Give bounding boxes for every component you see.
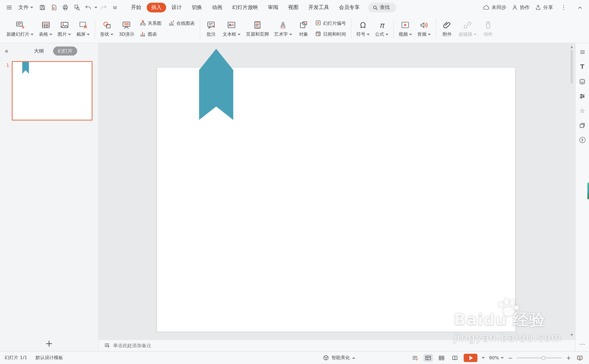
sync-status[interactable]: 未同步	[483, 4, 507, 11]
reading-view-button[interactable]	[450, 354, 460, 362]
ribbon-button-table[interactable]: 表格	[36, 18, 55, 39]
ribbon-button-comment[interactable]: 批注	[202, 18, 220, 39]
tab-animation[interactable]: 动画	[207, 3, 227, 13]
print-preview-icon[interactable]	[71, 2, 82, 13]
ribbon-button-hyperlink[interactable]: 超链接	[456, 18, 479, 39]
ribbon-button-new-slide[interactable]: 新建幻灯片	[4, 18, 36, 39]
text-tool-icon[interactable]: T	[578, 63, 586, 71]
tab-outline[interactable]: 大纲	[29, 47, 49, 56]
ribbon-button-screenshot[interactable]: 截屏	[74, 18, 92, 39]
scrollbar-thumb[interactable]	[571, 50, 573, 84]
collapse-panel-icon[interactable]: «	[5, 47, 13, 55]
panes-copy-icon[interactable]	[578, 122, 586, 129]
file-menu[interactable]: 文件	[15, 3, 36, 13]
ribbon-button-audio[interactable]: 音频	[415, 18, 433, 39]
ribbon-button-formula[interactable]: π 公式	[372, 18, 391, 39]
canvas-vertical-scrollbar[interactable]: ▲ ▼	[569, 45, 575, 337]
sticker-icon[interactable]	[578, 78, 586, 85]
tab-transition[interactable]: 切换	[187, 3, 207, 13]
zoom-slider-thumb[interactable]	[542, 356, 546, 360]
picture-icon	[59, 20, 69, 30]
scroll-up-icon[interactable]: ▲	[570, 45, 573, 49]
smart-beautify-button[interactable]: 智能美化	[323, 351, 355, 364]
ribbon-button-datetime[interactable]: 日期和时间	[314, 30, 347, 39]
properties-sliders-icon[interactable]	[578, 92, 586, 100]
tab-start[interactable]: 开始	[126, 3, 146, 13]
zoom-out-button[interactable]: −	[508, 355, 513, 360]
notes-placeholder: 单击此处添加备注	[113, 342, 151, 349]
play-slideshow-button[interactable]	[464, 354, 477, 362]
svg-text:3D: 3D	[124, 22, 129, 26]
tab-slides[interactable]: 幻灯片	[53, 47, 77, 56]
add-slide-button[interactable]: +	[0, 338, 98, 349]
slide-thumbnail-1[interactable]	[12, 61, 92, 120]
collapse-ribbon-icon[interactable]	[575, 2, 585, 13]
share-button[interactable]: 分享	[535, 4, 553, 11]
3d-show-icon: 3D	[122, 20, 131, 30]
zoom-slider[interactable]	[517, 355, 562, 360]
ribbon-button-online-chart[interactable]: 在线图表	[167, 19, 196, 28]
ribbon-button-video[interactable]: 视频	[396, 18, 415, 39]
collaborate-icon	[512, 5, 518, 11]
play-options-caret-icon[interactable]	[482, 357, 485, 359]
menu-tab-bar: 开始 插入 设计 切换 动画 幻灯片放映 审阅 视图 开发工具 会员专享	[126, 3, 364, 13]
tab-design[interactable]: 设计	[167, 3, 186, 13]
ribbon-button-picture[interactable]: 图片	[55, 18, 74, 39]
toolbar-options-icon[interactable]	[110, 2, 120, 13]
more-ellipsis-icon[interactable]: ⋯	[579, 341, 585, 347]
tab-slideshow[interactable]: 幻灯片放映	[228, 3, 262, 13]
search-box[interactable]: 查找	[368, 3, 396, 13]
symbol-icon: Ω	[360, 20, 366, 30]
bookmark-ribbon-shape[interactable]	[199, 49, 233, 120]
favorites-star-icon[interactable]: ☆	[578, 107, 586, 115]
slide-canvas[interactable]: ▲ ▼	[98, 43, 575, 339]
export-icon[interactable]	[49, 2, 59, 13]
ribbon-button-header-footer[interactable]: 页眉和页脚	[243, 18, 272, 39]
comment-list-icon[interactable]	[410, 354, 420, 362]
ribbon-button-textbox[interactable]: A 文本框	[220, 18, 243, 39]
tab-developer[interactable]: 开发工具	[304, 3, 334, 13]
right-tool-rail: T ☆ ? ⋯	[575, 43, 589, 351]
ribbon-separator	[95, 19, 95, 39]
svg-text:#: #	[317, 21, 319, 25]
ribbon-button-3d-show[interactable]: 3D 3D演示	[116, 18, 137, 39]
add-notes-icon	[104, 342, 110, 349]
ribbon-button-attachment[interactable]: 附件	[438, 18, 456, 39]
layout-lines-icon[interactable]	[578, 49, 586, 56]
ribbon-button-symbol[interactable]: Ω 符号	[354, 18, 372, 39]
insert-ribbon: 新建幻灯片 表格 图片 截屏 形状	[0, 15, 589, 43]
notes-bar[interactable]: 单击此处添加备注	[98, 339, 575, 351]
tab-review[interactable]: 审阅	[263, 3, 283, 13]
global-menu-icon[interactable]	[4, 2, 14, 13]
redo-icon[interactable]	[98, 2, 109, 13]
ribbon-button-action[interactable]: 动作	[479, 18, 497, 39]
fit-to-window-button[interactable]	[575, 354, 584, 362]
table-icon	[41, 20, 50, 30]
svg-text:A: A	[281, 22, 285, 28]
tab-membership[interactable]: 会员专享	[334, 3, 364, 13]
slide-sorter-view-button[interactable]	[437, 354, 446, 362]
collaborate-button[interactable]: 协作	[512, 4, 530, 11]
save-icon[interactable]	[37, 2, 48, 13]
ribbon-button-wordart[interactable]: A 艺术字	[271, 18, 295, 39]
more-menu-icon[interactable]: ⋮	[558, 2, 569, 13]
ribbon-button-object[interactable]: 对象	[295, 18, 312, 39]
ribbon-button-shapes[interactable]: 形状	[97, 18, 116, 39]
slide-page[interactable]	[157, 67, 516, 332]
template-name-button[interactable]: 默认设计模板	[35, 354, 63, 361]
tab-insert[interactable]: 插入	[147, 3, 166, 13]
scroll-down-icon[interactable]: ▼	[570, 333, 573, 338]
ribbon-button-chart[interactable]: 图表	[139, 30, 158, 39]
zoom-level-button[interactable]: 90%	[489, 355, 504, 360]
ribbon-button-relation-diagram[interactable]: 关系图	[139, 19, 163, 28]
print-icon[interactable]	[60, 2, 71, 13]
help-icon[interactable]: ?	[578, 136, 586, 144]
undo-caret-icon[interactable]	[94, 7, 97, 8]
undo-icon[interactable]	[83, 2, 94, 13]
ribbon-button-slide-number[interactable]: # 幻灯片编号	[314, 19, 347, 28]
attachment-icon	[442, 20, 452, 30]
titlebar: 文件 开始 插入 设计 切换 动画 幻灯片放映	[0, 0, 589, 15]
tab-view[interactable]: 视图	[284, 3, 303, 13]
zoom-in-button[interactable]: +	[566, 355, 571, 360]
normal-view-button[interactable]	[424, 354, 433, 362]
